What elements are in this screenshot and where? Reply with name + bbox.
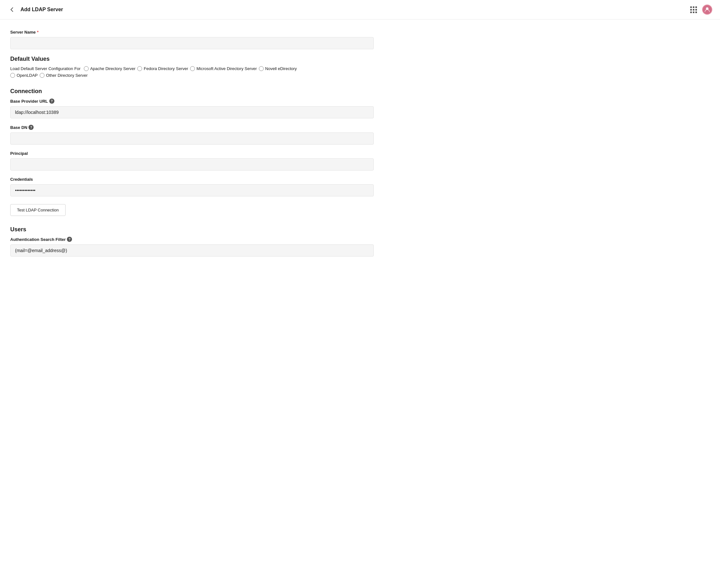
- radio-openldap[interactable]: OpenLDAP: [10, 73, 38, 78]
- users-section: Users Authentication Search Filter ?: [10, 226, 374, 256]
- avatar[interactable]: [702, 4, 712, 15]
- radio-fedora[interactable]: Fedora Directory Server: [137, 66, 188, 71]
- base-provider-url-field: Base Provider URL ?: [10, 99, 374, 118]
- radio-openldap-input[interactable]: [10, 73, 15, 78]
- base-provider-url-info-icon[interactable]: ?: [49, 99, 55, 104]
- auth-search-filter-input[interactable]: [10, 245, 374, 256]
- server-name-section: Server Name *: [10, 30, 374, 49]
- radio-group: Apache Directory Server Fedora Directory…: [84, 66, 297, 71]
- radio-other-label: Other Directory Server: [46, 73, 88, 78]
- radio-microsoft-input[interactable]: [190, 66, 195, 71]
- header-right: [690, 4, 712, 15]
- principal-field: Principal: [10, 151, 374, 170]
- default-values-title: Default Values: [10, 56, 374, 62]
- radio-fedora-input[interactable]: [137, 66, 142, 71]
- grid-dots: [690, 6, 697, 13]
- auth-search-filter-info-icon[interactable]: ?: [67, 237, 72, 242]
- content: Server Name * Default Values Load Defaul…: [0, 20, 384, 277]
- base-dn-input[interactable]: [10, 132, 374, 145]
- back-button[interactable]: [8, 5, 17, 14]
- connection-section: Connection Base Provider URL ? Base DN ?…: [10, 88, 374, 216]
- radio-other[interactable]: Other Directory Server: [40, 73, 88, 78]
- base-dn-info-icon[interactable]: ?: [28, 125, 34, 130]
- base-dn-label: Base DN ?: [10, 125, 374, 130]
- credentials-field: Credentials: [10, 177, 374, 196]
- users-title: Users: [10, 226, 374, 233]
- header: Add LDAP Server: [0, 0, 720, 20]
- radio-novell-label: Novell eDirectory: [265, 66, 297, 71]
- radio-apache-label: Apache Directory Server: [90, 66, 136, 71]
- page-title: Add LDAP Server: [20, 7, 63, 13]
- header-left: Add LDAP Server: [8, 5, 63, 14]
- base-provider-url-label: Base Provider URL ?: [10, 99, 374, 104]
- required-indicator: *: [37, 30, 39, 35]
- default-values-row: Load Default Server Configuration For Ap…: [10, 66, 374, 71]
- radio-fedora-label: Fedora Directory Server: [144, 66, 188, 71]
- radio-apache-input[interactable]: [84, 66, 89, 71]
- credentials-input[interactable]: [10, 184, 374, 196]
- load-label: Load Default Server Configuration For: [10, 66, 81, 71]
- radio-novell[interactable]: Novell eDirectory: [259, 66, 297, 71]
- radio-openldap-label: OpenLDAP: [17, 73, 38, 78]
- radio-group-row2: OpenLDAP Other Directory Server: [10, 73, 374, 78]
- auth-search-filter-label: Authentication Search Filter ?: [10, 237, 374, 242]
- test-ldap-connection-button[interactable]: Test LDAP Connection: [10, 204, 66, 216]
- default-values-section: Default Values Load Default Server Confi…: [10, 56, 374, 78]
- radio-microsoft[interactable]: Microsoft Active Directory Server: [190, 66, 257, 71]
- principal-input[interactable]: [10, 159, 374, 170]
- server-name-label: Server Name *: [10, 30, 374, 35]
- base-provider-url-input[interactable]: [10, 106, 374, 118]
- radio-other-input[interactable]: [40, 73, 44, 78]
- base-dn-field: Base DN ?: [10, 125, 374, 145]
- server-name-input[interactable]: [10, 37, 374, 49]
- credentials-label: Credentials: [10, 177, 374, 182]
- auth-search-filter-field: Authentication Search Filter ?: [10, 237, 374, 256]
- radio-apache[interactable]: Apache Directory Server: [84, 66, 136, 71]
- principal-label: Principal: [10, 151, 374, 156]
- grid-icon[interactable]: [690, 6, 697, 13]
- radio-microsoft-label: Microsoft Active Directory Server: [197, 66, 257, 71]
- connection-title: Connection: [10, 88, 374, 95]
- radio-novell-input[interactable]: [259, 66, 264, 71]
